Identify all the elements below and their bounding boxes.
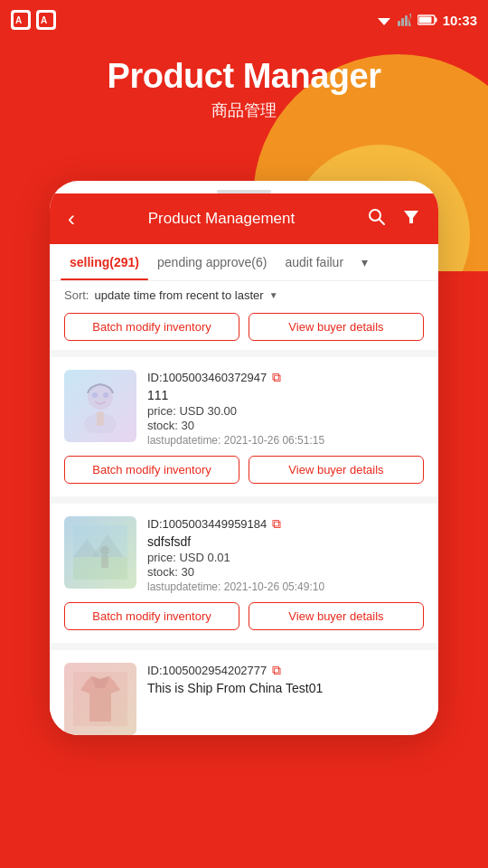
search-icon <box>368 208 386 226</box>
svg-point-20 <box>103 392 108 398</box>
product-price-1: price: USD 30.00 <box>147 404 424 418</box>
batch-modify-button-1[interactable]: Batch modify inventory <box>64 456 239 484</box>
svg-line-15 <box>380 220 384 224</box>
product-image-svg-3 <box>73 672 127 726</box>
product-price-2: price: USD 0.01 <box>147 551 424 564</box>
svg-text:A: A <box>15 15 22 25</box>
tab-audit[interactable]: audit failur <box>276 244 352 280</box>
sort-label: Sort: <box>64 288 89 302</box>
section-divider-2 <box>50 496 438 504</box>
svg-rect-6 <box>398 21 400 26</box>
tab-dropdown[interactable]: ▾ <box>356 244 373 280</box>
section-divider-1 <box>50 350 438 357</box>
phone-mockup: ‹ Product Management selling(291) pendin… <box>50 181 438 735</box>
product-image-2 <box>64 516 136 589</box>
back-button[interactable]: ‹ <box>64 203 79 235</box>
page-title: Product Manager <box>0 58 488 96</box>
product-stock-1: stock: 30 <box>147 419 424 432</box>
sort-value: update time from recent to laster <box>94 288 263 302</box>
product-card-1: ID:1005003460372947 ⧉ 111 price: USD 30.… <box>50 357 438 496</box>
battery-icon <box>418 14 437 25</box>
filter-button[interactable] <box>399 204 424 234</box>
product-id-row-1: ID:1005003460372947 ⧉ <box>147 370 424 385</box>
copy-icon-3[interactable]: ⧉ <box>272 663 281 678</box>
batch-modify-button-2[interactable]: Batch modify inventory <box>64 602 239 630</box>
header-actions <box>364 204 424 234</box>
status-bar-right: 10:33 <box>376 13 477 28</box>
sort-arrow-icon[interactable]: ▼ <box>269 290 278 300</box>
status-bar: A A 10:33 <box>0 0 488 40</box>
product-id-1: ID:1005003460372947 <box>147 371 267 384</box>
product-info-1: ID:1005003460372947 ⧉ 111 price: USD 30.… <box>147 370 424 447</box>
svg-rect-8 <box>405 15 408 26</box>
batch-modify-button-global[interactable]: Batch modify inventory <box>64 313 239 341</box>
sort-bar: Sort: update time from recent to laster … <box>50 281 438 309</box>
svg-rect-12 <box>418 17 431 24</box>
product-info-2: ID:1005003449959184 ⧉ sdfsfsdf price: US… <box>147 516 424 593</box>
time-display: 10:33 <box>443 13 477 28</box>
app-header: ‹ Product Management <box>50 193 438 244</box>
product-image-svg-1 <box>73 379 127 433</box>
product-main-2: ID:1005003449959184 ⧉ sdfsfsdf price: US… <box>64 516 424 593</box>
wifi-icon <box>376 14 392 26</box>
product-image-1 <box>64 370 136 442</box>
product-name-3: This is Ship From China Test01 <box>147 681 424 695</box>
copy-icon-1[interactable]: ⧉ <box>272 370 281 385</box>
view-buyer-button-1[interactable]: View buyer details <box>249 456 424 484</box>
product-id-row-2: ID:1005003449959184 ⧉ <box>147 516 424 532</box>
product-id-2: ID:1005003449959184 <box>147 517 267 531</box>
filter-icon <box>402 208 420 226</box>
app-header-title: Product Management <box>79 210 364 228</box>
search-button[interactable] <box>364 204 389 234</box>
app-icon-2: A <box>36 10 56 30</box>
tabs-bar: selling(291) pending approve(6) audit fa… <box>50 244 438 281</box>
app-icon-1: A <box>11 10 31 30</box>
svg-point-19 <box>92 392 98 398</box>
svg-rect-24 <box>73 557 127 580</box>
product-image-svg-2 <box>73 525 127 580</box>
view-buyer-button-global[interactable]: View buyer details <box>249 313 424 341</box>
section-divider-3 <box>50 643 438 650</box>
product-main-1: ID:1005003460372947 ⧉ 111 price: USD 30.… <box>64 370 424 447</box>
svg-marker-16 <box>404 211 418 223</box>
svg-rect-13 <box>435 18 436 23</box>
product-name-2: sdfsfsdf <box>147 534 424 549</box>
copy-icon-2[interactable]: ⧉ <box>272 516 281 532</box>
svg-rect-21 <box>97 411 104 426</box>
page-subtitle: 商品管理 <box>0 99 488 121</box>
product-update-1: lastupdatetime: 2021-10-26 06:51:15 <box>147 434 424 447</box>
product-info-3-partial: ID:1005002954202777 ⧉ This is Ship From … <box>147 663 424 735</box>
product-name-1: 111 <box>147 388 424 402</box>
product-update-2: lastupdatetime: 2021-10-26 05:49:10 <box>147 580 424 593</box>
svg-text:A: A <box>41 15 47 25</box>
svg-rect-26 <box>101 555 108 568</box>
product-card-3-partial: ID:1005002954202777 ⧉ This is Ship From … <box>50 650 438 735</box>
product-id-row-3: ID:1005002954202777 ⧉ <box>147 663 424 678</box>
header-section: Product Manager 商品管理 <box>0 40 488 148</box>
tab-selling[interactable]: selling(291) <box>61 244 148 280</box>
svg-rect-7 <box>401 18 404 26</box>
svg-point-14 <box>370 210 380 221</box>
product-actions-2: Batch modify inventory View buyer detail… <box>64 593 424 643</box>
product-actions-1: Batch modify inventory View buyer detail… <box>64 447 424 496</box>
status-bar-left: A A <box>11 10 56 30</box>
product-image-3 <box>64 663 136 735</box>
tab-pending[interactable]: pending approve(6) <box>148 244 276 280</box>
product-stock-2: stock: 30 <box>147 565 424 579</box>
global-action-row: Batch modify inventory View buyer detail… <box>50 309 438 350</box>
view-buyer-button-2[interactable]: View buyer details <box>249 602 424 630</box>
signal-icon <box>398 14 412 26</box>
product-card-2: ID:1005003449959184 ⧉ sdfsfsdf price: US… <box>50 504 438 643</box>
product-id-3: ID:1005002954202777 <box>147 664 267 677</box>
